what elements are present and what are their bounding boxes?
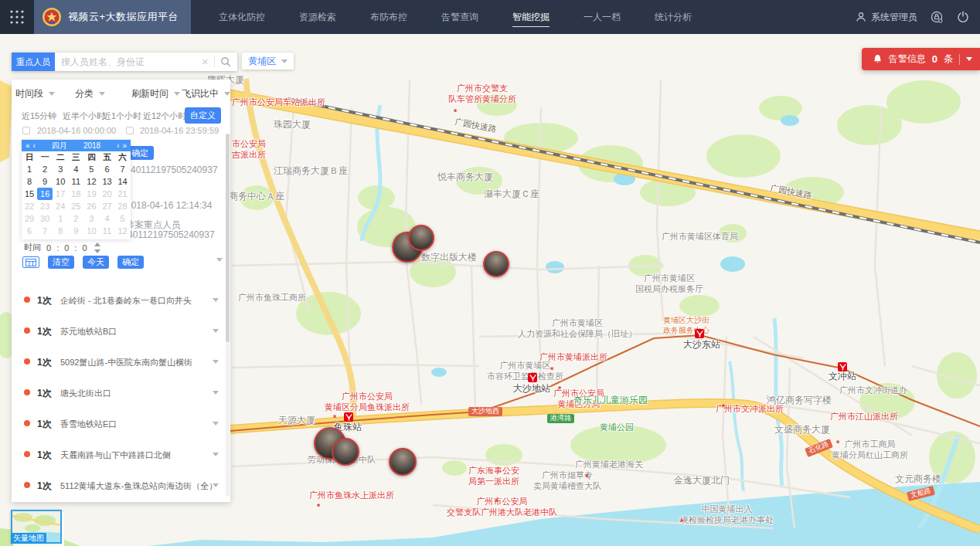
search-input[interactable]: 搜人员姓名、身份证 ✕ <box>55 53 237 71</box>
calendar-day[interactable]: 3 <box>53 163 68 175</box>
calendar-day[interactable]: 20 <box>99 188 114 200</box>
apps-grid-button[interactable] <box>0 0 34 34</box>
chevron-down-icon[interactable] <box>213 483 219 487</box>
calendar-day[interactable]: 11 <box>99 225 114 237</box>
prev-month-icon[interactable]: ‹ <box>33 140 36 151</box>
calendar-day[interactable]: 4 <box>68 163 83 175</box>
calendar-day-selected[interactable]: 16 <box>37 188 53 200</box>
calendar-day[interactable]: 22 <box>22 200 37 212</box>
calendar-day[interactable]: 29 <box>22 212 37 225</box>
calendar-day[interactable]: 19 <box>83 188 99 200</box>
calendar-day[interactable]: 3 <box>83 212 99 225</box>
calendar-day[interactable]: 7 <box>115 163 131 175</box>
power-icon[interactable] <box>957 11 969 23</box>
calendar-day[interactable]: 10 <box>83 225 99 237</box>
list-item[interactable]: 1次企岭街 - 北1巷秦岭东一巷口向井头 <box>12 285 230 316</box>
district-dropdown[interactable]: 黄埔区 <box>242 53 294 70</box>
quick-time-1[interactable]: 近15分钟 <box>22 110 56 122</box>
calendar-day[interactable]: 21 <box>115 188 131 200</box>
confirm-button[interactable]: 确定 <box>117 256 144 269</box>
chevron-down-icon[interactable] <box>213 453 219 456</box>
today-button[interactable]: 今天 <box>83 256 109 269</box>
list-item[interactable]: 1次香雪地铁站E口 <box>12 409 230 439</box>
calendar-day[interactable]: 6 <box>22 225 37 237</box>
person-photo-marker[interactable] <box>483 251 509 277</box>
list-item[interactable]: 1次5092蟹山路-中医院东南向蟹山横街 <box>12 347 230 378</box>
calendar-day[interactable]: 8 <box>53 225 68 237</box>
nav-item-1[interactable]: 立体化防控 <box>202 0 282 34</box>
calendar-day[interactable]: 6 <box>99 163 114 175</box>
calendar-day[interactable]: 5 <box>83 163 99 175</box>
nav-item-2[interactable]: 资源检索 <box>282 0 353 34</box>
calendar-day[interactable]: 7 <box>37 225 53 237</box>
nav-item-4[interactable]: 告警查询 <box>424 0 495 34</box>
quick-time-3[interactable]: 近1个小时 <box>103 110 141 122</box>
calendar-day[interactable]: 8 <box>22 175 37 188</box>
calendar-day[interactable]: 24 <box>53 200 68 212</box>
chevron-down-icon[interactable] <box>213 298 219 302</box>
filter-dropdown-1[interactable]: 时间段 <box>15 87 55 100</box>
prev-year-icon[interactable]: « <box>26 140 30 151</box>
list-item[interactable]: 1次塘头北街出口 <box>12 378 230 409</box>
calendar-day[interactable]: 23 <box>37 200 53 212</box>
alert-bar[interactable]: 告警信息 0 条 <box>862 48 980 70</box>
date-from-field[interactable]: 2018-04-16 00:00:00 <box>37 126 116 135</box>
time-minutes[interactable]: 0 <box>64 243 69 253</box>
time-seconds[interactable]: 0 <box>82 243 87 253</box>
calendar-day[interactable]: 9 <box>68 225 83 237</box>
filter-dropdown-4[interactable]: 飞识比中 <box>182 87 230 100</box>
calendar-day[interactable]: 9 <box>37 175 53 188</box>
calendar-day[interactable]: 14 <box>115 175 131 188</box>
list-item[interactable]: 1次5112黄埔大道东-鱼珠总站向海边街（全） <box>12 470 230 501</box>
person-photo-marker[interactable] <box>332 438 359 466</box>
calendar-day[interactable]: 2 <box>68 212 83 225</box>
chevron-down-icon[interactable] <box>213 329 219 333</box>
calendar-day[interactable]: 25 <box>68 200 83 212</box>
calendar-day[interactable]: 12 <box>115 225 131 237</box>
calendar-day[interactable]: 11 <box>68 175 83 188</box>
calendar-day[interactable]: 1 <box>53 212 68 225</box>
list-item[interactable]: 1次天麓南路与山下中路路口北侧 <box>12 439 230 470</box>
calendar-day[interactable]: 4 <box>99 212 114 225</box>
filter-dropdown-2[interactable]: 分类 <box>75 87 105 100</box>
quick-time-5[interactable]: 自定义 <box>185 107 221 124</box>
calendar-day[interactable]: 10 <box>53 175 68 188</box>
list-item[interactable]: 1次苏元地铁站B口 <box>12 316 230 347</box>
calendar-day[interactable]: 2 <box>37 163 53 175</box>
chevron-down-icon[interactable] <box>213 360 219 364</box>
time-hours[interactable]: 0 <box>46 243 51 253</box>
time-stepper[interactable] <box>94 242 101 253</box>
next-year-icon[interactable]: » <box>122 140 127 151</box>
calendar-day[interactable]: 5 <box>115 212 131 225</box>
clear-button[interactable]: 清空 <box>48 256 74 269</box>
next-month-icon[interactable]: › <box>117 140 119 151</box>
tab-key-personnel[interactable]: 重点人员 <box>12 53 55 71</box>
calendar-day[interactable]: 18 <box>68 188 83 200</box>
person-photo-marker[interactable] <box>408 225 434 251</box>
calendar-day[interactable]: 12 <box>83 175 99 188</box>
calendar-day[interactable]: 28 <box>115 200 131 212</box>
security-lock-icon[interactable] <box>931 11 944 24</box>
calendar-icon[interactable] <box>22 256 39 268</box>
search-icon[interactable] <box>220 56 231 67</box>
chevron-down-icon[interactable] <box>216 258 223 262</box>
calendar-day[interactable]: 30 <box>37 212 53 225</box>
calendar-year[interactable]: 2018 <box>83 141 100 150</box>
quick-time-2[interactable]: 近半个小时 <box>63 110 105 122</box>
scrollbar-thumb[interactable] <box>226 134 230 342</box>
chevron-down-icon[interactable] <box>213 422 219 426</box>
minimap[interactable]: 矢量地图 <box>11 510 62 544</box>
person-photo-marker[interactable] <box>389 448 417 476</box>
chevron-down-icon[interactable] <box>966 57 972 61</box>
checkbox-date-from[interactable] <box>22 127 30 134</box>
date-to-field[interactable]: 2018-04-16 23:59:59 <box>140 126 219 135</box>
calendar-day[interactable]: 13 <box>99 175 114 188</box>
calendar-day[interactable]: 17 <box>53 188 68 200</box>
nav-item-6[interactable]: 一人一档 <box>567 0 638 34</box>
calendar-day[interactable]: 15 <box>22 188 37 200</box>
nav-item-7[interactable]: 统计分析 <box>638 0 709 34</box>
chevron-down-icon[interactable] <box>213 391 219 395</box>
nav-item-5[interactable]: 智能挖掘 <box>495 0 567 34</box>
filter-dropdown-3[interactable]: 刷新时间 <box>131 87 180 100</box>
nav-item-3[interactable]: 布防布控 <box>353 0 424 34</box>
